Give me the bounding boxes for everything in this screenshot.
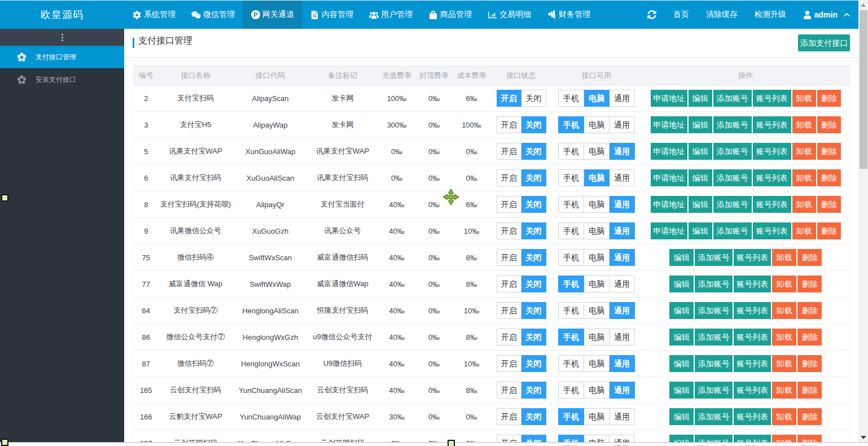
svg-text:P: P bbox=[253, 11, 257, 18]
